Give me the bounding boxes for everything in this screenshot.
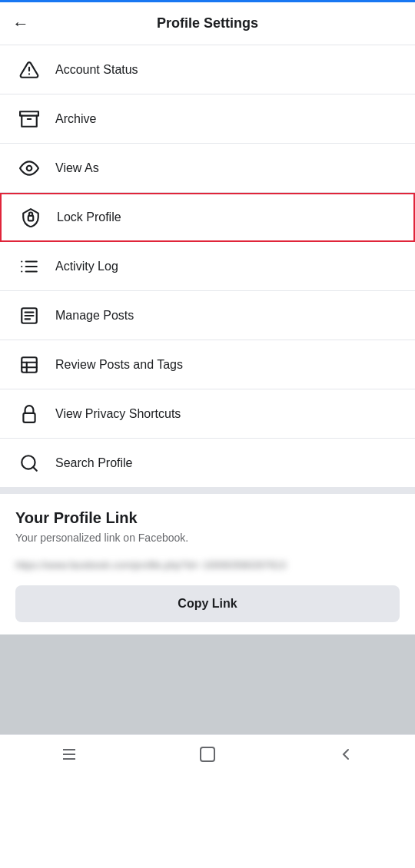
menu-item-review-posts[interactable]: Review Posts and Tags bbox=[0, 340, 415, 389]
svg-rect-16 bbox=[22, 357, 37, 373]
review-posts-label: Review Posts and Tags bbox=[55, 358, 183, 372]
document-icon bbox=[15, 302, 43, 330]
menu-item-account-status[interactable]: Account Status bbox=[0, 45, 415, 94]
search-profile-label: Search Profile bbox=[55, 456, 133, 470]
search-icon bbox=[15, 449, 43, 477]
menu-item-activity-log[interactable]: Activity Log bbox=[0, 242, 415, 291]
gray-area bbox=[0, 634, 415, 734]
page-title: Profile Settings bbox=[157, 15, 258, 31]
back-button[interactable]: ← bbox=[12, 14, 29, 34]
privacy-shortcuts-label: View Privacy Shortcuts bbox=[55, 407, 181, 421]
svg-rect-20 bbox=[23, 412, 35, 422]
list-icon bbox=[15, 253, 43, 280]
account-status-label: Account Status bbox=[55, 63, 138, 77]
profile-link-title: Your Profile Link bbox=[15, 509, 400, 527]
menu-section: Account Status Archive View As bbox=[0, 45, 415, 488]
view-as-label: View As bbox=[55, 161, 99, 175]
section-divider bbox=[0, 488, 415, 494]
svg-point-4 bbox=[27, 165, 32, 171]
shield-lock-icon bbox=[17, 204, 45, 231]
manage-posts-label: Manage Posts bbox=[55, 309, 134, 323]
lock-icon bbox=[15, 400, 43, 428]
archive-icon bbox=[15, 105, 43, 133]
menu-item-privacy-shortcuts[interactable]: View Privacy Shortcuts bbox=[0, 389, 415, 439]
nav-back-button[interactable] bbox=[323, 739, 369, 770]
nav-home-button[interactable] bbox=[184, 739, 231, 770]
warning-icon bbox=[15, 56, 43, 84]
review-icon bbox=[15, 351, 43, 379]
nav-lines-button[interactable] bbox=[46, 739, 92, 770]
copy-link-button[interactable]: Copy Link bbox=[15, 585, 400, 622]
svg-rect-26 bbox=[201, 747, 214, 761]
svg-line-22 bbox=[33, 467, 37, 471]
header: ← Profile Settings bbox=[0, 2, 415, 45]
profile-link-section: Your Profile Link Your personalized link… bbox=[0, 494, 415, 634]
nav-bar bbox=[0, 734, 415, 774]
activity-log-label: Activity Log bbox=[55, 260, 118, 273]
menu-item-manage-posts[interactable]: Manage Posts bbox=[0, 291, 415, 340]
menu-item-search-profile[interactable]: Search Profile bbox=[0, 439, 415, 488]
archive-label: Archive bbox=[55, 112, 96, 126]
menu-item-view-as[interactable]: View As bbox=[0, 144, 415, 193]
svg-rect-2 bbox=[20, 111, 38, 115]
profile-link-subtitle: Your personalized link on Facebook. bbox=[15, 532, 400, 544]
menu-item-archive[interactable]: Archive bbox=[0, 94, 415, 144]
profile-url: https://www.facebook.com/profile.php?id=… bbox=[15, 558, 400, 573]
lock-profile-label: Lock Profile bbox=[57, 210, 121, 224]
menu-item-lock-profile[interactable]: Lock Profile bbox=[0, 193, 415, 242]
eye-icon bbox=[15, 154, 43, 182]
